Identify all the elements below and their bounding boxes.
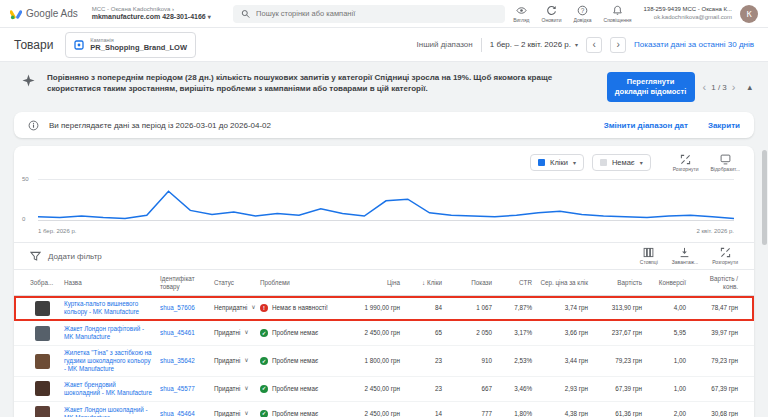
search-icon bbox=[241, 9, 250, 19]
prev-period-button[interactable]: ‹ bbox=[586, 37, 602, 53]
view-details-button[interactable]: Переглянути докладні відомості bbox=[607, 72, 695, 102]
collapse-insight-icon[interactable]: ▴ bbox=[747, 82, 752, 92]
pager-next-icon[interactable]: › bbox=[732, 81, 736, 93]
product-name-link[interactable]: Жакет Лондон шоколадний - MK Manufacture bbox=[64, 406, 148, 417]
issue-text: Проблем немає bbox=[272, 329, 318, 337]
columns-button[interactable]: Стовпці bbox=[640, 247, 658, 265]
cost-per-conv-cell: 78,47 грн bbox=[690, 301, 742, 315]
col-status[interactable]: Статус bbox=[210, 279, 256, 287]
col-cost-per-conv[interactable]: Вартість / конв. bbox=[690, 275, 742, 291]
avatar[interactable]: К bbox=[740, 5, 758, 23]
table-row[interactable]: Куртка-пальто вишневого кольору - MK Man… bbox=[14, 296, 754, 321]
issues-cell: Проблем немає bbox=[256, 382, 344, 396]
refresh-button[interactable]: Оновити bbox=[542, 5, 562, 23]
user-email: ok.kadochnikova@gmail.com bbox=[643, 14, 732, 22]
product-name-link[interactable]: Жилетка "Тіна" з застібкою на гудзики шо… bbox=[64, 349, 152, 372]
avg-cpc-cell: 3,66 грн bbox=[536, 326, 592, 340]
x-axis-end-label: 2 квіт. 2026 р. bbox=[696, 228, 734, 234]
issue-text: Немає в наявності! bbox=[272, 304, 328, 312]
col-clicks-sorted[interactable]: ↓ Кліки bbox=[404, 279, 446, 287]
clicks-line bbox=[38, 191, 734, 218]
col-avg-cpc[interactable]: Сер. ціна за клік bbox=[536, 279, 592, 287]
product-name-link[interactable]: Жакет брендовий шоколадний - MK Manufact… bbox=[64, 381, 152, 396]
clicks-cell: 65 bbox=[404, 326, 446, 340]
col-product-id[interactable]: Ідентифікат товару bbox=[156, 275, 210, 291]
product-id-link[interactable]: shua_45464 bbox=[160, 410, 195, 417]
help-button[interactable]: ? Довідка bbox=[574, 5, 592, 23]
add-filter-button[interactable]: Додати фільтр bbox=[30, 251, 102, 262]
columns-label: Стовпці bbox=[640, 259, 658, 265]
product-name-link[interactable]: Куртка-пальто вишневого кольору - MK Man… bbox=[64, 300, 139, 315]
impressions-cell: 2 050 bbox=[446, 326, 496, 340]
product-image-cell bbox=[26, 378, 60, 399]
campaign-icon bbox=[74, 40, 84, 50]
col-impressions[interactable]: Покази bbox=[446, 279, 496, 287]
show-last-30-link[interactable]: Показати дані за останні 30 днів bbox=[634, 40, 754, 49]
user-info: 138-259-9439 МСС - Оксана К... ok.kadoch… bbox=[643, 6, 732, 21]
issues-cell: Проблем немає bbox=[256, 407, 344, 417]
appearance-button[interactable]: Вигляд bbox=[513, 5, 529, 23]
product-name-link[interactable]: Жакет Лондон графітовий - MK Manufacture bbox=[64, 325, 144, 340]
cost-per-conv-cell: 79,23 грн bbox=[690, 354, 742, 368]
download-label: Завантаж... bbox=[672, 259, 698, 265]
table-row[interactable]: Жакет брендовий шоколадний - MK Manufact… bbox=[14, 377, 754, 402]
col-issues[interactable]: Проблеми bbox=[256, 279, 344, 287]
table-row[interactable]: Жакет Лондон шоколадний - MK Manufacture… bbox=[14, 402, 754, 417]
product-image bbox=[35, 381, 50, 396]
top-bar: Google Ads МСС - Оксана Kadochnikova › m… bbox=[0, 0, 768, 28]
page-title: Товари bbox=[14, 38, 53, 52]
product-id-link[interactable]: shua_45577 bbox=[160, 385, 195, 392]
account-name: mkmanufacture.com 428-301-4166 bbox=[92, 13, 206, 20]
col-cost[interactable]: Вартість bbox=[592, 279, 646, 287]
product-id-link[interactable]: shua_45461 bbox=[160, 329, 195, 336]
vertical-scrollbar[interactable] bbox=[762, 150, 767, 410]
product-id-link[interactable]: shua_57606 bbox=[160, 304, 195, 311]
notifications-button[interactable]: Сповіщення bbox=[604, 5, 632, 23]
secondary-metric-selector[interactable]: Немає ▾ bbox=[592, 154, 651, 171]
global-search[interactable] bbox=[233, 5, 505, 23]
price-cell: 1 990,00 грн bbox=[344, 301, 404, 315]
product-id-cell: shua_45577 bbox=[156, 382, 210, 396]
chart-display-button[interactable]: Відобразит... bbox=[710, 154, 740, 172]
status-value: Придатні bbox=[214, 329, 240, 337]
col-ctr[interactable]: CTR bbox=[496, 279, 536, 287]
status-cell[interactable]: Придатні ∨ bbox=[210, 354, 256, 368]
insight-text: Порівняно з попереднім періодом (28 дн.)… bbox=[47, 72, 557, 94]
col-image[interactable]: Зобра... bbox=[26, 279, 60, 287]
status-cell[interactable]: Придатні ∨ bbox=[210, 382, 256, 396]
status-chevron-icon: ∨ bbox=[244, 410, 248, 417]
primary-metric-selector[interactable]: Кліки ▾ bbox=[530, 154, 584, 171]
product-id-cell: shua_45464 bbox=[156, 407, 210, 417]
product-image bbox=[35, 301, 50, 316]
campaign-selector[interactable]: Кампанія PR_Shopping_Brand_LOW bbox=[65, 32, 196, 58]
account-switcher[interactable]: МСС - Оксана Kadochnikova › mkmanufactur… bbox=[92, 6, 211, 22]
table-expand-button[interactable]: Розгорнути bbox=[712, 247, 738, 265]
next-period-button[interactable]: › bbox=[610, 37, 626, 53]
expand-icon bbox=[680, 154, 691, 165]
product-image-cell bbox=[26, 298, 60, 319]
product-id-link[interactable]: shua_35642 bbox=[160, 357, 195, 364]
chart-expand-button[interactable]: Розгорнути bbox=[673, 154, 699, 172]
table-row[interactable]: Жакет Лондон графітовий - MK Manufacture… bbox=[14, 321, 754, 346]
col-conversions[interactable]: Конверсії bbox=[646, 279, 690, 287]
col-price[interactable]: Ціна bbox=[344, 279, 404, 287]
table-row[interactable]: Жилетка "Тіна" з застібкою на гудзики шо… bbox=[14, 346, 754, 377]
change-date-range-link[interactable]: Змінити діапазон дат bbox=[604, 121, 688, 130]
issue-text: Проблем немає bbox=[272, 410, 318, 417]
issues-cell: Немає в наявності! bbox=[256, 301, 344, 315]
issues-cell: Проблем немає bbox=[256, 354, 344, 368]
close-info-link[interactable]: Закрити bbox=[708, 121, 740, 130]
scrollbar-thumb[interactable] bbox=[762, 150, 767, 245]
search-input[interactable] bbox=[256, 9, 497, 18]
date-range-value[interactable]: 1 бер. – 2 квіт. 2026 р. ▾ bbox=[490, 40, 578, 49]
status-cell[interactable]: Непридатні ∨ bbox=[210, 301, 256, 315]
status-value: Непридатні bbox=[214, 304, 247, 312]
pager-prev-icon[interactable]: ‹ bbox=[703, 81, 707, 93]
date-range-preset[interactable]: Інший діапазон bbox=[416, 40, 472, 49]
status-cell[interactable]: Придатні ∨ bbox=[210, 407, 256, 417]
issue-status-icon bbox=[260, 304, 268, 312]
download-button[interactable]: Завантаж... bbox=[672, 247, 698, 265]
status-cell[interactable]: Придатні ∨ bbox=[210, 326, 256, 340]
col-name[interactable]: Назва bbox=[60, 279, 156, 287]
status-chevron-icon: ∨ bbox=[244, 357, 248, 365]
